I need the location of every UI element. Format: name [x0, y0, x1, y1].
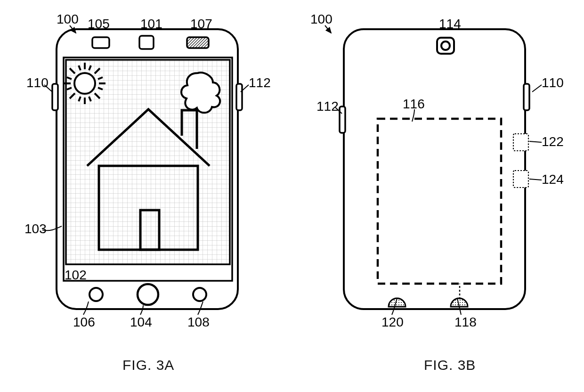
- ref-device: 100: [57, 12, 79, 27]
- fig-3b-caption: FIG. 3B: [424, 357, 476, 373]
- ref-home: 104: [130, 315, 152, 330]
- ref-conn_left: 120: [381, 315, 404, 330]
- ref-side_left: 112: [316, 99, 339, 114]
- ref-side_right: 110: [542, 75, 564, 90]
- ref-side_btn_right: 112: [249, 75, 271, 90]
- ref-front_camera: 107: [190, 16, 212, 32]
- lead-lines: [0, 0, 584, 392]
- ref-device: 100: [310, 12, 333, 27]
- svg-line-31: [529, 179, 542, 180]
- ref-battery: 116: [403, 97, 425, 112]
- ref-rear_cam: 114: [439, 16, 461, 32]
- ref-front_sensor: 101: [140, 16, 162, 32]
- ref-conn_right: 118: [454, 315, 477, 330]
- ref-soft_right: 108: [187, 315, 210, 330]
- svg-line-29: [532, 85, 542, 92]
- ref-earpiece: 105: [88, 16, 110, 32]
- svg-line-30: [529, 141, 542, 142]
- svg-line-27: [241, 85, 249, 92]
- ref-display: 103: [24, 221, 47, 237]
- ref-soft_left: 106: [73, 315, 95, 330]
- ref-screen: 102: [65, 268, 87, 283]
- ref-port_b: 124: [542, 172, 564, 187]
- fig-3a-caption: FIG. 3A: [122, 357, 174, 373]
- ref-side_btn_left: 110: [26, 75, 49, 90]
- ref-port_a: 122: [542, 134, 564, 149]
